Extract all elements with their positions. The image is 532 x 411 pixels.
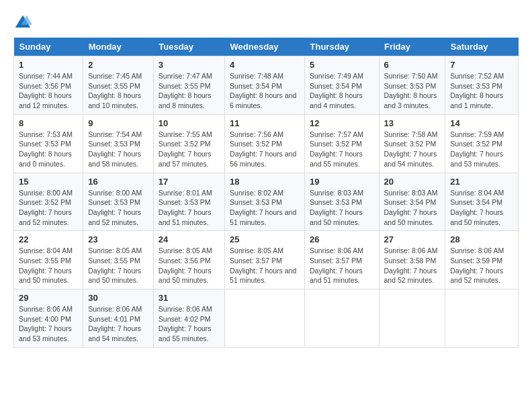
day-detail: Sunrise: 8:04 AMSunset: 3:54 PMDaylight:… — [450, 188, 513, 228]
sunrise-text: Sunrise: 7:48 AM — [230, 72, 283, 80]
daylight-text: Daylight: 8 hours and 8 minutes. — [159, 91, 212, 109]
calendar-cell: 21Sunrise: 8:04 AMSunset: 3:54 PMDayligh… — [445, 173, 519, 231]
day-detail: Sunrise: 7:50 AMSunset: 3:53 PMDaylight:… — [384, 71, 441, 111]
calendar-cell: 30Sunrise: 8:06 AMSunset: 4:01 PMDayligh… — [83, 289, 154, 348]
sunrise-text: Sunrise: 8:05 AM — [88, 246, 142, 255]
calendar-cell: 28Sunrise: 8:06 AMSunset: 3:59 PMDayligh… — [445, 231, 519, 289]
sunset-text: Sunset: 3:52 PM — [159, 140, 211, 148]
daylight-text: Daylight: 8 hours and 6 minutes. — [230, 91, 296, 109]
sunset-text: Sunset: 3:55 PM — [88, 257, 140, 265]
day-detail: Sunrise: 8:06 AMSunset: 4:00 PMDaylight:… — [19, 304, 78, 344]
daylight-text: Daylight: 7 hours and 52 minutes. — [384, 267, 437, 285]
daylight-text: Daylight: 7 hours and 52 minutes. — [450, 267, 503, 285]
daylight-text: Daylight: 7 hours and 54 minutes. — [384, 150, 437, 168]
sunset-text: Sunset: 3:55 PM — [159, 82, 211, 90]
sunrise-text: Sunrise: 8:06 AM — [310, 246, 363, 255]
sunrise-text: Sunrise: 7:57 AM — [310, 130, 363, 138]
daylight-text: Daylight: 8 hours and 10 minutes. — [88, 91, 141, 109]
sunrise-text: Sunrise: 8:00 AM — [88, 189, 142, 197]
daylight-text: Daylight: 7 hours and 51 minutes. — [310, 267, 363, 285]
sunset-text: Sunset: 3:55 PM — [88, 82, 140, 90]
calendar-cell: 10Sunrise: 7:55 AMSunset: 3:52 PMDayligh… — [153, 114, 224, 173]
logo — [13, 13, 35, 32]
sunrise-text: Sunrise: 8:06 AM — [450, 246, 504, 255]
day-number: 7 — [450, 60, 513, 70]
day-number: 29 — [19, 293, 78, 303]
calendar-cell: 20Sunrise: 8:03 AMSunset: 3:54 PMDayligh… — [379, 173, 445, 231]
day-number: 22 — [19, 234, 78, 244]
sunset-text: Sunset: 3:54 PM — [310, 82, 362, 90]
sunrise-text: Sunrise: 7:54 AM — [88, 130, 142, 138]
calendar-cell: 12Sunrise: 7:57 AMSunset: 3:52 PMDayligh… — [305, 114, 379, 173]
col-header-tuesday: Tuesday — [153, 38, 224, 56]
sunrise-text: Sunrise: 8:06 AM — [88, 305, 142, 313]
daylight-text: Daylight: 7 hours and 53 minutes. — [450, 150, 503, 168]
day-number: 1 — [19, 60, 78, 70]
day-detail: Sunrise: 8:05 AMSunset: 3:55 PMDaylight:… — [88, 246, 148, 285]
calendar-cell: 7Sunrise: 7:52 AMSunset: 3:53 PMDaylight… — [445, 56, 519, 115]
sunset-text: Sunset: 3:52 PM — [230, 140, 282, 148]
daylight-text: Daylight: 7 hours and 52 minutes. — [19, 208, 72, 226]
sunrise-text: Sunrise: 8:02 AM — [230, 189, 283, 197]
day-detail: Sunrise: 7:55 AMSunset: 3:52 PMDaylight:… — [159, 130, 220, 169]
calendar-week-3: 15Sunrise: 8:00 AMSunset: 3:52 PMDayligh… — [14, 173, 519, 231]
calendar-cell: 23Sunrise: 8:05 AMSunset: 3:55 PMDayligh… — [83, 231, 154, 289]
daylight-text: Daylight: 8 hours and 12 minutes. — [19, 91, 72, 109]
sunrise-text: Sunrise: 8:01 AM — [159, 189, 212, 197]
day-detail: Sunrise: 8:00 AMSunset: 3:53 PMDaylight:… — [88, 188, 148, 228]
sunrise-text: Sunrise: 8:00 AM — [19, 189, 73, 197]
sunset-text: Sunset: 3:54 PM — [230, 82, 282, 90]
daylight-text: Daylight: 7 hours and 58 minutes. — [88, 150, 141, 168]
day-detail: Sunrise: 8:05 AMSunset: 3:57 PMDaylight:… — [230, 246, 300, 285]
day-detail: Sunrise: 8:03 AMSunset: 3:54 PMDaylight:… — [384, 188, 441, 228]
day-detail: Sunrise: 8:06 AMSunset: 3:59 PMDaylight:… — [450, 246, 513, 285]
day-number: 6 — [384, 60, 441, 70]
sunrise-text: Sunrise: 8:06 AM — [384, 246, 438, 255]
day-detail: Sunrise: 8:03 AMSunset: 3:53 PMDaylight:… — [310, 188, 373, 228]
calendar-header-row: SundayMondayTuesdayWednesdayThursdayFrid… — [14, 38, 519, 56]
sunset-text: Sunset: 3:53 PM — [88, 140, 140, 148]
day-number: 24 — [159, 234, 220, 244]
daylight-text: Daylight: 7 hours and 50 minutes. — [19, 267, 72, 285]
day-detail: Sunrise: 7:44 AMSunset: 3:56 PMDaylight:… — [19, 71, 78, 111]
day-number: 4 — [230, 60, 300, 70]
day-number: 3 — [159, 60, 220, 70]
sunset-text: Sunset: 3:53 PM — [88, 198, 140, 206]
day-detail: Sunrise: 7:47 AMSunset: 3:55 PMDaylight:… — [159, 71, 220, 111]
calendar-cell: 1Sunrise: 7:44 AMSunset: 3:56 PMDaylight… — [14, 56, 83, 115]
sunrise-text: Sunrise: 8:03 AM — [310, 189, 363, 197]
logo-icon — [13, 13, 32, 32]
day-number: 18 — [230, 177, 300, 187]
calendar-cell: 5Sunrise: 7:49 AMSunset: 3:54 PMDaylight… — [305, 56, 379, 115]
day-number: 30 — [88, 293, 148, 303]
calendar-cell: 11Sunrise: 7:56 AMSunset: 3:52 PMDayligh… — [225, 114, 305, 173]
sunset-text: Sunset: 4:02 PM — [159, 315, 211, 323]
daylight-text: Daylight: 7 hours and 50 minutes. — [384, 208, 437, 226]
day-detail: Sunrise: 8:06 AMSunset: 3:57 PMDaylight:… — [310, 246, 373, 285]
daylight-text: Daylight: 7 hours and 53 minutes. — [19, 324, 72, 342]
sunrise-text: Sunrise: 7:47 AM — [159, 72, 212, 80]
sunset-text: Sunset: 3:54 PM — [384, 198, 437, 206]
col-header-thursday: Thursday — [305, 38, 379, 56]
col-header-wednesday: Wednesday — [225, 38, 305, 56]
sunset-text: Sunset: 3:53 PM — [230, 198, 282, 206]
day-detail: Sunrise: 7:54 AMSunset: 3:53 PMDaylight:… — [88, 130, 148, 169]
calendar-cell: 8Sunrise: 7:53 AMSunset: 3:53 PMDaylight… — [14, 114, 83, 173]
col-header-saturday: Saturday — [445, 38, 519, 56]
day-number: 10 — [159, 118, 220, 128]
day-number: 14 — [450, 118, 513, 128]
sunrise-text: Sunrise: 7:50 AM — [384, 72, 438, 80]
daylight-text: Daylight: 7 hours and 55 minutes. — [159, 324, 212, 342]
daylight-text: Daylight: 7 hours and 51 minutes. — [230, 208, 296, 226]
calendar-week-1: 1Sunrise: 7:44 AMSunset: 3:56 PMDaylight… — [14, 56, 519, 115]
day-detail: Sunrise: 8:05 AMSunset: 3:56 PMDaylight:… — [159, 246, 220, 285]
daylight-text: Daylight: 7 hours and 51 minutes. — [230, 267, 296, 285]
sunset-text: Sunset: 3:53 PM — [159, 198, 211, 206]
day-number: 11 — [230, 118, 300, 128]
page-header — [13, 13, 519, 32]
calendar-cell: 25Sunrise: 8:05 AMSunset: 3:57 PMDayligh… — [225, 231, 305, 289]
col-header-sunday: Sunday — [14, 38, 83, 56]
daylight-text: Daylight: 7 hours and 52 minutes. — [88, 208, 141, 226]
day-number: 17 — [159, 177, 220, 187]
daylight-text: Daylight: 8 hours and 4 minutes. — [310, 91, 363, 109]
